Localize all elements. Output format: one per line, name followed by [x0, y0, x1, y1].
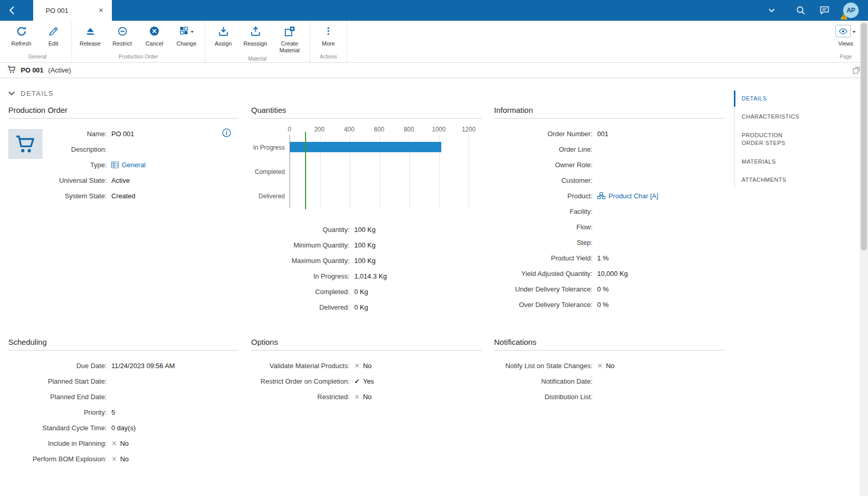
field-label: Under Delivery Tolerance: — [494, 285, 592, 293]
eye-icon — [835, 25, 851, 37]
section-title: Scheduling — [8, 338, 239, 351]
restrict-button[interactable]: Restrict — [107, 23, 137, 48]
change-icon — [179, 25, 189, 37]
field-label: Product: — [494, 192, 592, 200]
field-row: Yield Adjusted Quantity:10,000 Kg — [494, 266, 725, 281]
field-row: System State:Created — [8, 188, 239, 203]
target-line — [305, 132, 306, 209]
field-label: Standard Cycle Time: — [8, 424, 107, 432]
field-value: 5 — [111, 408, 115, 416]
section-scheduling: Scheduling Due Date:11/24/2023 09:56 AMP… — [8, 338, 239, 466]
field-value: 0 Kg — [354, 303, 368, 311]
vertical-scrollbar[interactable] — [860, 21, 868, 496]
toolbar-group-label: Page — [831, 52, 861, 61]
field-row: Priority:5 — [8, 404, 239, 420]
sidebar-item-materials[interactable]: MATERIALS — [735, 153, 808, 171]
options-fields: Validate Material Products:✕NoRestrict O… — [251, 358, 482, 404]
section-title: Notifications — [494, 338, 725, 351]
toolbar-group-general: Refresh Edit General — [3, 21, 72, 62]
assign-button[interactable]: Assign — [208, 23, 238, 54]
field-label: Over Delivery Tolerance: — [494, 301, 592, 309]
field-value: PO 001 — [111, 129, 134, 138]
field-value: 100 Kg — [354, 256, 375, 265]
field-row: Restricted:✕No — [251, 389, 482, 404]
toolbar: Refresh Edit General Release — [0, 21, 868, 63]
field-row: Facility: — [494, 203, 725, 219]
quantities-fields: Quantity:100 KgMinimum Quantity:100 KgMa… — [251, 222, 482, 315]
field-label: Owner Role: — [494, 161, 592, 169]
field-label: Customer: — [494, 177, 592, 184]
field-label: Restrict Order on Completion: — [251, 377, 350, 385]
x-icon: ✕ — [597, 362, 603, 370]
field-label: Planned End Date: — [8, 393, 107, 401]
cancel-button[interactable]: Cancel — [139, 23, 169, 48]
edit-button[interactable]: Edit — [38, 23, 68, 48]
reassign-button[interactable]: Reassign — [240, 23, 270, 54]
field-row: Planned End Date: — [8, 389, 239, 404]
x-tick-label: 1000 — [432, 126, 446, 133]
reassign-icon — [250, 24, 262, 38]
sidebar-item-details[interactable]: DETAILS — [735, 90, 808, 108]
info-icon[interactable] — [222, 128, 232, 138]
field-value[interactable]: General — [111, 161, 146, 169]
field-label: Yield Adjusted Quantity: — [494, 270, 592, 278]
bar-in-progress — [290, 142, 441, 152]
field-row: Product:Product Char [A] — [494, 188, 725, 203]
field-value: 100 Kg — [354, 225, 375, 234]
field-row: Step: — [494, 235, 725, 250]
topbar-actions: AP — [769, 0, 868, 21]
chat-icon[interactable] — [819, 5, 830, 16]
field-value: Created — [111, 192, 135, 200]
back-button[interactable] — [0, 0, 33, 21]
field-value: 001 — [597, 129, 609, 138]
sidebar-item-production-order-steps[interactable]: PRODUCTION ORDER STEPS — [735, 126, 808, 153]
status-badge: (Active) — [48, 66, 71, 74]
field-row: Name:PO 001 — [8, 126, 239, 141]
refresh-button[interactable]: Refresh — [6, 23, 36, 48]
details-grid-row-2: Scheduling Due Date:11/24/2023 09:56 AMP… — [8, 338, 725, 466]
avatar-initials: AP — [847, 7, 856, 14]
field-row: Restrict Order on Completion:✓Yes — [251, 373, 482, 389]
change-button[interactable]: Change — [171, 23, 201, 48]
close-icon[interactable]: ✕ — [96, 6, 106, 15]
field-row: Completed:0 Kg — [251, 284, 482, 299]
field-label: Flow: — [494, 223, 592, 231]
scrollbar-thumb[interactable] — [861, 23, 867, 251]
search-icon[interactable] — [795, 5, 806, 16]
field-label: System State: — [8, 192, 107, 200]
details-grid-row-1: Production Order Name:PO 001Description:… — [8, 106, 725, 315]
field-value[interactable]: Product Char [A] — [597, 192, 658, 200]
field-label: Facility: — [494, 208, 592, 215]
sidebar-item-characteristics[interactable]: CHARACTERISTICS — [735, 108, 808, 126]
toolbar-group-actions: More Actions — [310, 21, 347, 62]
field-row: Include in Planning:✕No — [8, 435, 239, 451]
field-row: Under Delivery Tolerance:0 % — [494, 281, 725, 297]
views-button[interactable]: Views — [831, 23, 861, 48]
x-tick-label: 400 — [344, 126, 354, 133]
tab-po-001[interactable]: PO 001 ✕ — [33, 0, 112, 21]
cart-icon — [8, 129, 42, 159]
section-title: Quantities — [251, 106, 482, 119]
field-row: Delivered:0 Kg — [251, 299, 482, 315]
chevron-down-icon[interactable] — [769, 8, 775, 12]
cancel-icon — [149, 24, 160, 38]
chevron-down-icon — [190, 27, 194, 35]
scheduling-fields: Due Date:11/24/2023 09:56 AMPlanned Star… — [8, 358, 239, 466]
release-button[interactable]: Release — [75, 23, 105, 48]
field-row: Notification Date: — [494, 373, 725, 389]
refresh-icon — [16, 24, 27, 38]
sidebar-item-attachments[interactable]: ATTACHMENTS — [735, 171, 808, 189]
warning-icon — [840, 13, 848, 20]
field-row: Flow: — [494, 219, 725, 235]
field-value: ✕No — [354, 392, 372, 401]
more-button[interactable]: More — [313, 23, 343, 48]
field-label: Maximum Quantity: — [251, 257, 350, 265]
field-row: Order Line: — [494, 141, 725, 157]
field-label: Order Line: — [494, 145, 592, 153]
create-material-button[interactable]: Create Material — [272, 23, 307, 54]
field-row: Quantity:100 Kg — [251, 222, 482, 237]
x-icon: ✕ — [354, 393, 360, 401]
content-area: DETAILS Production Order Name:PO 001Desc… — [0, 78, 868, 485]
assign-icon — [218, 24, 229, 38]
avatar[interactable]: AP — [843, 3, 859, 18]
